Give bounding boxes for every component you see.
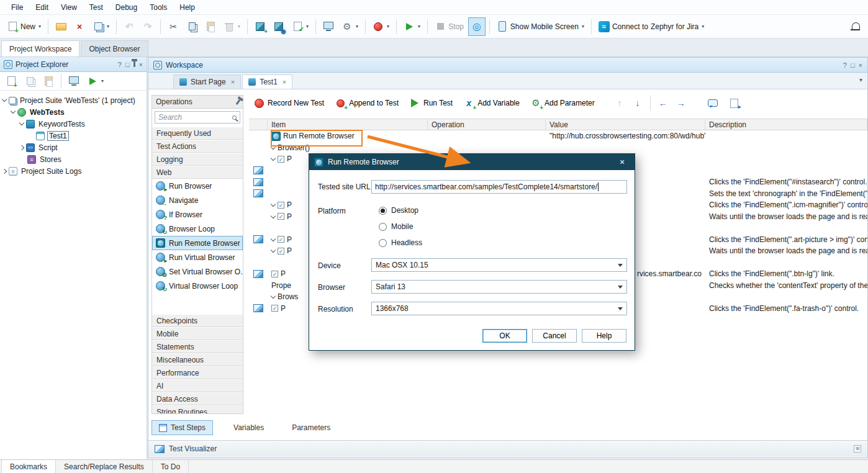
operations-group[interactable]: Data Access: [152, 392, 243, 405]
operation-item[interactable]: ⚙ Set Virtual Browser O...: [152, 264, 243, 279]
maximize-icon[interactable]: □: [125, 61, 130, 68]
workspace-tab[interactable]: Test1 ×: [242, 74, 292, 89]
dropdown-arrow-icon[interactable]: ▾: [387, 24, 389, 29]
dropdown-arrow-icon[interactable]: ▾: [38, 24, 41, 29]
visualizer-thumbnail-icon[interactable]: [253, 166, 263, 174]
redo-button[interactable]: ↷: [139, 17, 156, 36]
operations-group[interactable]: Checkpoints: [152, 314, 243, 327]
cancel-button[interactable]: Cancel: [532, 329, 577, 343]
expand-chevron-icon[interactable]: [271, 145, 276, 150]
pin-icon[interactable]: [236, 99, 241, 104]
table-row[interactable]: Run Remote Browser "http://hub.crossbrow…: [249, 130, 867, 142]
step-checkbox[interactable]: [278, 248, 284, 255]
tab-close-icon[interactable]: ×: [283, 78, 286, 86]
edit-code-button[interactable]: [65, 72, 83, 91]
notifications-button[interactable]: [847, 17, 864, 36]
status-tab[interactable]: To Do: [153, 460, 189, 473]
operations-group[interactable]: Frequently Used: [152, 127, 243, 140]
display-options-button[interactable]: ⚙▾: [338, 17, 361, 36]
dropdown-arrow-icon[interactable]: ▾: [418, 24, 420, 29]
help-button[interactable]: Help: [582, 329, 626, 343]
tree-chevron-icon[interactable]: [11, 109, 16, 114]
operations-group-web[interactable]: Web: [152, 166, 243, 179]
indent-button[interactable]: →: [673, 94, 689, 112]
tree-item[interactable]: Project Suite 'WebTests' (1 project): [0, 94, 147, 106]
show-description-button[interactable]: [725, 94, 744, 112]
close-project-button[interactable]: ×: [71, 17, 88, 36]
close-icon[interactable]: ×: [859, 61, 862, 69]
visualizer-thumbnail-icon[interactable]: [253, 235, 263, 243]
menu-item[interactable]: Edit: [29, 1, 55, 14]
operation-item[interactable]: → Navigate: [152, 193, 243, 207]
step-checkbox[interactable]: [278, 213, 284, 220]
ok-button[interactable]: OK: [482, 329, 527, 343]
undo-button[interactable]: ↶: [120, 17, 138, 36]
tree-item[interactable]: KeywordTests: [0, 118, 147, 130]
visualizer-thumbnail-icon[interactable]: [253, 304, 263, 312]
editor-tab[interactable]: Parameters: [273, 420, 338, 435]
document-tab[interactable]: Project Workspace: [1, 40, 79, 56]
append-to-test-button[interactable]: +Append to Test: [330, 94, 403, 112]
copy-button[interactable]: [183, 17, 201, 36]
table-row[interactable]: Browser(): [249, 142, 867, 154]
editor-tab[interactable]: Test Steps: [151, 420, 213, 435]
dropdown-arrow-icon[interactable]: ▾: [306, 24, 309, 29]
operations-group[interactable]: AI: [152, 379, 243, 392]
visualizer-thumbnail-icon[interactable]: [253, 178, 263, 186]
dropdown-arrow-icon[interactable]: ▾: [107, 24, 109, 29]
dropdown-arrow-icon[interactable]: ▾: [356, 24, 358, 29]
tree-item[interactable]: Script: [0, 142, 147, 153]
record-button[interactable]: ▾: [369, 17, 392, 36]
cut-button[interactable]: ✂: [165, 17, 182, 36]
panel-menu-chevron-icon[interactable]: ▾: [859, 76, 862, 83]
search-icon[interactable]: [232, 115, 237, 120]
radio-icon[interactable]: [379, 239, 387, 247]
expand-chevron-icon[interactable]: [271, 156, 276, 161]
stop-button[interactable]: Stop: [432, 17, 467, 36]
dropdown-arrow-icon[interactable]: [618, 286, 623, 289]
tab-close-icon[interactable]: ×: [231, 78, 235, 86]
add-item-button[interactable]: [2, 72, 20, 91]
connect-zephyr-button[interactable]: ≈Connect toZephyr for Jira▾: [595, 17, 707, 36]
add-object-button[interactable]: +: [251, 17, 269, 36]
operations-group[interactable]: Performance: [152, 366, 243, 379]
run-button[interactable]: ▾: [400, 17, 423, 36]
column-header-item[interactable]: Item: [268, 119, 428, 130]
move-down-button[interactable]: ↓: [630, 94, 646, 112]
operation-item[interactable]: ▸ Run Virtual Browser: [152, 250, 243, 264]
device-select[interactable]: Mac OSX 10.15: [371, 258, 627, 272]
status-tab[interactable]: Bookmarks: [1, 460, 56, 473]
operations-group[interactable]: Miscellaneous: [152, 353, 243, 366]
menu-item[interactable]: Debug: [109, 1, 143, 14]
menu-item[interactable]: Tools: [143, 1, 173, 14]
new-button[interactable]: New▾: [4, 17, 44, 36]
radio-selected-icon[interactable]: [379, 207, 387, 215]
expand-chevron-icon[interactable]: [271, 202, 276, 207]
paste-button[interactable]: [202, 17, 219, 36]
dropdown-arrow-icon[interactable]: [618, 264, 623, 267]
operations-group[interactable]: Statements: [152, 340, 243, 353]
dialog-close-icon[interactable]: ×: [615, 157, 630, 167]
run-item-button[interactable]: ▾: [84, 72, 107, 91]
dropdown-arrow-icon[interactable]: ▾: [101, 78, 104, 84]
dropdown-arrow-icon[interactable]: ▾: [238, 24, 240, 29]
object-spy-button[interactable]: [320, 17, 337, 36]
operation-item[interactable]: Run Remote Browser: [152, 236, 243, 250]
editor-tab[interactable]: Variables: [214, 420, 271, 435]
operation-item[interactable]: ↻ Browser Loop: [152, 222, 243, 236]
maximize-icon[interactable]: □: [851, 61, 855, 69]
operations-group[interactable]: String Routines: [152, 405, 243, 413]
object-browser-button[interactable]: ◉: [270, 17, 287, 36]
operation-item[interactable]: ? If Browser: [152, 207, 243, 222]
expand-chevron-icon[interactable]: [271, 214, 276, 218]
status-tab[interactable]: Search/Replace Results: [56, 460, 153, 473]
visualizer-resize-handle[interactable]: ⊞: [854, 445, 861, 453]
tree-item[interactable]: Stores: [0, 153, 147, 165]
operations-search-input[interactable]: Search: [155, 111, 240, 124]
help-icon[interactable]: ?: [118, 61, 122, 68]
expand-chevron-icon[interactable]: [271, 248, 276, 253]
tree-item[interactable]: Test1: [0, 130, 147, 142]
tested-site-url-input[interactable]: http://services.smartbear.com/samples/Te…: [371, 180, 627, 194]
move-up-button[interactable]: ↑: [612, 94, 628, 112]
workspace-tab[interactable]: Start Page ×: [173, 74, 241, 89]
